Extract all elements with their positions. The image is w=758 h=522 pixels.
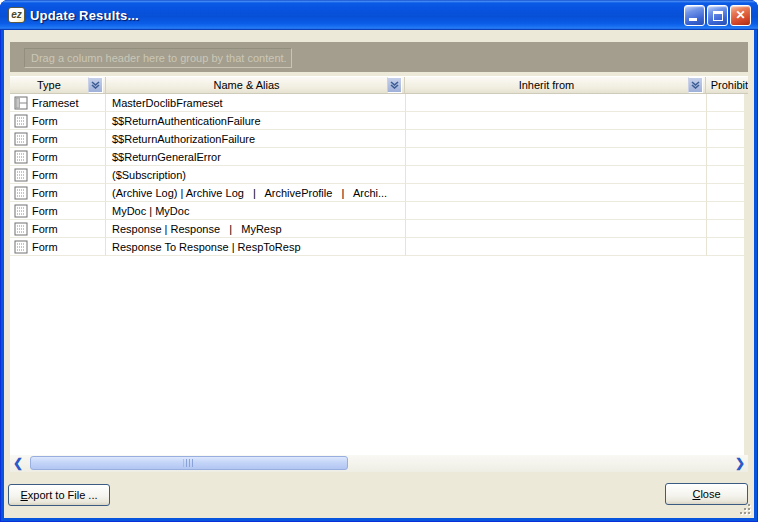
row-type: Form [32, 205, 58, 217]
row-name-alias: Response | Response | MyResp [106, 220, 406, 238]
row-prohibit [707, 94, 744, 112]
column-label: Name & Alias [106, 79, 387, 91]
form-icon [14, 204, 28, 218]
column-header-type[interactable]: Type [10, 77, 106, 93]
chevron-down-icon [390, 81, 399, 89]
row-inherit-from [406, 148, 707, 166]
row-prohibit [707, 148, 744, 166]
frameset-icon [14, 96, 28, 110]
row-name-alias: $$ReturnGeneralError [106, 148, 406, 166]
row-type: Form [32, 151, 58, 163]
row-type: Form [32, 115, 58, 127]
column-header-row: Type Name & Alias Inheri [10, 76, 748, 94]
row-type: Frameset [32, 97, 78, 109]
minimize-button[interactable] [684, 5, 705, 26]
results-table: Frameset MasterDoclibFrameset Form $$R [10, 94, 744, 455]
row-prohibit [707, 238, 744, 256]
column-menu-button[interactable] [688, 77, 703, 93]
column-header-prohibit[interactable]: Prohibit [706, 77, 748, 93]
window-title: Update Results... [30, 8, 139, 23]
chevron-down-icon [91, 81, 100, 89]
button-label: xport to File ... [28, 489, 98, 501]
close-window-button[interactable]: ✕ [730, 5, 751, 26]
column-header-inherit-from[interactable]: Inherit from [405, 77, 705, 93]
button-mnemonic: E [20, 489, 27, 501]
row-type: Form [32, 169, 58, 181]
table-row[interactable]: Form $$ReturnAuthorizationFailure [10, 130, 744, 148]
window-controls: ✕ [684, 5, 751, 26]
row-type: Form [32, 187, 58, 199]
table-row[interactable]: Form Response To Response | RespToResp [10, 238, 744, 256]
column-label: Prohibit [706, 79, 748, 91]
row-name-alias: ($Subscription) [106, 166, 406, 184]
scroll-left-button[interactable]: ❮ [10, 455, 26, 472]
column-header-name-alias[interactable]: Name & Alias [106, 77, 405, 93]
row-inherit-from [406, 220, 707, 238]
row-type: Form [32, 241, 58, 253]
row-name-alias: $$ReturnAuthorizationFailure [106, 130, 406, 148]
scrollbar-thumb[interactable] [30, 456, 348, 470]
row-prohibit [707, 220, 744, 238]
row-name-alias: $$ReturnAuthenticationFailure [106, 112, 406, 130]
row-type: Form [32, 133, 58, 145]
minimize-icon [689, 18, 697, 21]
titlebar[interactable]: ez Update Results... ✕ [0, 0, 758, 30]
form-icon [14, 222, 28, 236]
row-prohibit [707, 202, 744, 220]
app-icon: ez [8, 7, 25, 23]
group-by-bar[interactable]: Drag a column header here to group by th… [10, 42, 748, 72]
table-row[interactable]: Frameset MasterDoclibFrameset [10, 94, 744, 112]
row-inherit-from [406, 166, 707, 184]
button-label: lose [700, 488, 720, 500]
table-row[interactable]: Form Response | Response | MyResp [10, 220, 744, 238]
maximize-button[interactable] [707, 5, 728, 26]
row-inherit-from [406, 94, 707, 112]
column-label: Type [10, 79, 88, 91]
form-icon [14, 168, 28, 182]
row-name-alias: Response To Response | RespToResp [106, 238, 406, 256]
row-inherit-from [406, 184, 707, 202]
row-inherit-from [406, 112, 707, 130]
table-row[interactable]: Form $$ReturnGeneralError [10, 148, 744, 166]
close-button[interactable]: Close [665, 483, 748, 505]
form-icon [14, 186, 28, 200]
maximize-icon [713, 11, 723, 21]
dialog-window: ez Update Results... ✕ Drag a column hea… [0, 0, 758, 522]
column-label: Inherit from [405, 79, 687, 91]
form-icon [14, 240, 28, 254]
row-prohibit [707, 130, 744, 148]
row-prohibit [707, 166, 744, 184]
row-prohibit [707, 184, 744, 202]
table-row[interactable]: Form (Archive Log) | Archive Log | Archi… [10, 184, 744, 202]
dialog-client-area: Drag a column header here to group by th… [4, 30, 754, 518]
row-inherit-from [406, 130, 707, 148]
form-icon [14, 132, 28, 146]
table-row[interactable]: Form ($Subscription) [10, 166, 744, 184]
group-by-hint: Drag a column header here to group by th… [24, 48, 292, 68]
row-type: Form [32, 223, 58, 235]
chevron-down-icon [691, 81, 700, 89]
column-menu-button[interactable] [88, 77, 103, 93]
form-icon [14, 150, 28, 164]
export-to-file-button[interactable]: Export to File ... [8, 484, 110, 506]
scrollbar-grip-icon [184, 459, 195, 467]
column-menu-button[interactable] [387, 77, 402, 93]
table-row[interactable]: Form $$ReturnAuthenticationFailure [10, 112, 744, 130]
form-icon [14, 114, 28, 128]
row-name-alias: MyDoc | MyDoc [106, 202, 406, 220]
row-name-alias: MasterDoclibFrameset [106, 94, 406, 112]
row-prohibit [707, 112, 744, 130]
horizontal-scrollbar[interactable]: ❮ ❯ [10, 455, 748, 472]
table-row[interactable]: Form MyDoc | MyDoc [10, 202, 744, 220]
row-inherit-from [406, 238, 707, 256]
row-name-alias: (Archive Log) | Archive Log | ArchivePro… [106, 184, 406, 202]
row-inherit-from [406, 202, 707, 220]
scroll-right-button[interactable]: ❯ [732, 455, 748, 472]
resize-grip-icon[interactable] [739, 503, 752, 516]
